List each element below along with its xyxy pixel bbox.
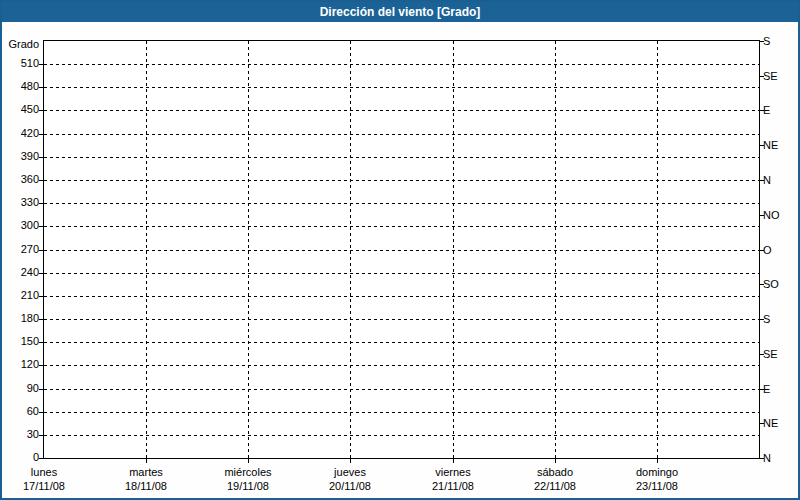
y-axis-right-tick-label: E <box>763 383 770 395</box>
y-axis-left-tick-label: 390 <box>4 150 39 162</box>
y-axis-left-tick-label: 300 <box>4 219 39 231</box>
y-axis-left-tick-label: 330 <box>4 196 39 208</box>
y-axis-right-tick-label: E <box>763 104 770 116</box>
y-axis-left-tick <box>39 458 43 459</box>
gridline-horizontal <box>44 342 759 343</box>
gridline-horizontal <box>44 134 759 135</box>
y-axis-left-tick <box>39 389 43 390</box>
x-axis-date-label: 18/11/08 <box>101 480 191 492</box>
gridline-horizontal <box>44 273 759 274</box>
gridline-horizontal <box>44 319 759 320</box>
y-axis-unit-label: Grado <box>4 38 39 50</box>
gridline-vertical <box>350 41 351 458</box>
y-axis-left-tick-label: 30 <box>4 428 39 440</box>
x-axis-date-label: 19/11/08 <box>203 480 293 492</box>
y-axis-left-tick <box>39 64 43 65</box>
gridline-horizontal <box>44 296 759 297</box>
x-axis-tick <box>350 459 351 463</box>
gridline-vertical <box>248 41 249 458</box>
y-axis-left-tick <box>39 157 43 158</box>
gridline-horizontal <box>44 250 759 251</box>
x-axis-date-label: 22/11/08 <box>510 480 600 492</box>
y-axis-right-tick-label: SO <box>763 278 779 290</box>
y-axis-right-tick-label: SE <box>763 348 778 360</box>
y-axis-right-tick-label: NO <box>763 209 780 221</box>
y-axis-left-tick <box>39 296 43 297</box>
gridline-horizontal <box>44 64 759 65</box>
x-axis-day-label: sábado <box>510 466 600 478</box>
y-axis-left-tick <box>39 342 43 343</box>
y-axis-right-tick-label: S <box>763 35 770 47</box>
y-axis-left-tick-label: 270 <box>4 243 39 255</box>
wind-direction-chart: Dirección del viento [Grado] Grado 03060… <box>0 0 800 500</box>
chart-title-bar: Dirección del viento [Grado] <box>2 2 798 22</box>
x-axis-date-label: 21/11/08 <box>408 480 498 492</box>
gridline-vertical <box>555 41 556 458</box>
gridline-horizontal <box>44 180 759 181</box>
gridline-horizontal <box>44 203 759 204</box>
y-axis-left-tick <box>39 412 43 413</box>
y-axis-left-tick <box>39 319 43 320</box>
y-axis-left-tick-label: 180 <box>4 312 39 324</box>
x-axis-tick <box>146 459 147 463</box>
y-axis-right-tick-label: S <box>763 313 770 325</box>
x-axis-day-label: viernes <box>408 466 498 478</box>
plot-area <box>43 40 760 459</box>
y-axis-left-tick-label: 420 <box>4 127 39 139</box>
gridline-vertical <box>453 41 454 458</box>
x-axis-day-label: domingo <box>612 466 702 478</box>
gridline-horizontal <box>44 435 759 436</box>
x-axis-tick <box>555 459 556 463</box>
x-axis-tick <box>453 459 454 463</box>
gridline-horizontal <box>44 226 759 227</box>
y-axis-right-tick-label: N <box>763 174 771 186</box>
y-axis-left-tick <box>39 110 43 111</box>
x-axis-day-label: martes <box>101 466 191 478</box>
y-axis-left-tick <box>39 435 43 436</box>
gridline-horizontal <box>44 110 759 111</box>
gridline-horizontal <box>44 157 759 158</box>
y-axis-right-tick-label: NE <box>763 139 778 151</box>
gridline-horizontal <box>44 389 759 390</box>
y-axis-left-tick-label: 120 <box>4 358 39 370</box>
x-axis-date-label: 20/11/08 <box>305 480 395 492</box>
x-axis-day-label: jueves <box>305 466 395 478</box>
x-axis-tick <box>657 459 658 463</box>
gridline-vertical <box>657 41 658 458</box>
x-axis-day-label: lunes <box>0 466 89 478</box>
chart-title: Dirección del viento [Grado] <box>320 5 481 19</box>
y-axis-left-tick <box>39 180 43 181</box>
y-axis-left-tick <box>39 203 43 204</box>
gridline-horizontal <box>44 365 759 366</box>
y-axis-right-tick-label: SE <box>763 70 778 82</box>
y-axis-left-tick <box>39 365 43 366</box>
y-axis-left-tick-label: 60 <box>4 405 39 417</box>
y-axis-left-tick <box>39 226 43 227</box>
x-axis-day-label: miércoles <box>203 466 293 478</box>
y-axis-left-tick <box>39 273 43 274</box>
gridline-horizontal <box>44 412 759 413</box>
y-axis-left-tick-label: 0 <box>4 451 39 463</box>
y-axis-left-tick-label: 510 <box>4 57 39 69</box>
y-axis-left-tick-label: 450 <box>4 103 39 115</box>
x-axis-tick <box>248 459 249 463</box>
y-axis-left-tick-label: 90 <box>4 382 39 394</box>
y-axis-left-tick <box>39 250 43 251</box>
y-axis-left-tick-label: 480 <box>4 80 39 92</box>
y-axis-left-tick-label: 240 <box>4 266 39 278</box>
y-axis-right-tick-label: NE <box>763 417 778 429</box>
y-axis-left-tick-label: 360 <box>4 173 39 185</box>
y-axis-left-tick-label: 150 <box>4 335 39 347</box>
y-axis-left-tick-label: 210 <box>4 289 39 301</box>
x-axis-date-label: 17/11/08 <box>0 480 89 492</box>
y-axis-right-tick-label: O <box>763 244 772 256</box>
y-axis-left-tick <box>39 87 43 88</box>
x-axis-date-label: 23/11/08 <box>612 480 702 492</box>
gridline-vertical <box>146 41 147 458</box>
y-axis-right-tick-label: N <box>763 452 771 464</box>
gridline-horizontal <box>44 87 759 88</box>
y-axis-left-tick <box>39 134 43 135</box>
